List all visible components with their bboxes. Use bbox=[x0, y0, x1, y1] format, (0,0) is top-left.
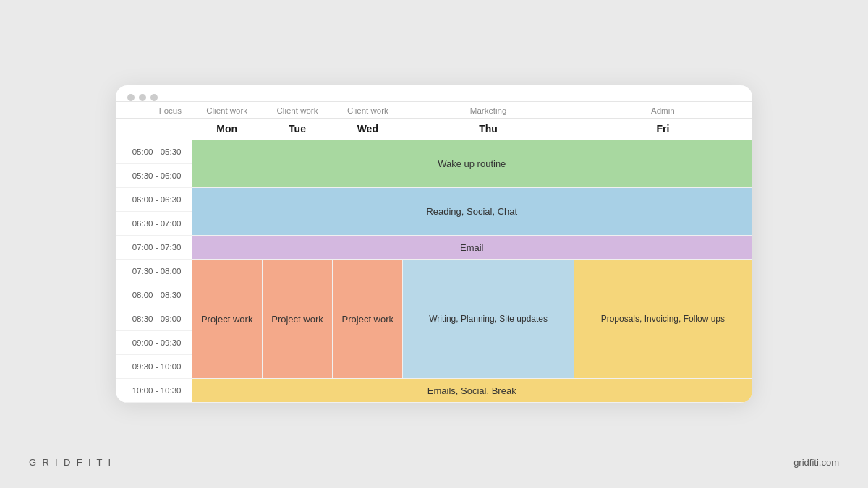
time-label: 08:30 - 09:00 bbox=[116, 307, 192, 331]
wake-up-event: Wake up routine bbox=[192, 140, 752, 188]
project-work-wed: Project work bbox=[333, 260, 403, 379]
focus-day-blank bbox=[116, 119, 192, 140]
table-row: 10:00 - 10:30 Emails, Social, Break bbox=[116, 379, 752, 403]
tue-category-label: Client work bbox=[262, 102, 332, 119]
time-label: 09:00 - 09:30 bbox=[116, 331, 192, 355]
emails-social-event: Emails, Social, Break bbox=[192, 379, 752, 403]
time-label: 10:00 - 10:30 bbox=[116, 379, 192, 403]
fri-day-header: Fri bbox=[574, 119, 752, 140]
window-bar bbox=[116, 85, 752, 101]
time-label: 05:00 - 05:30 bbox=[116, 140, 192, 164]
email-event: Email bbox=[192, 236, 752, 260]
day-header-row: Mon Tue Wed Thu Fri bbox=[116, 119, 752, 140]
category-row: Focus Client work Client work Client wor… bbox=[116, 102, 752, 119]
time-label: 07:30 - 08:00 bbox=[116, 260, 192, 283]
mon-category-label: Client work bbox=[192, 102, 262, 119]
wed-category-label: Client work bbox=[333, 102, 403, 119]
fri-category-label: Admin bbox=[574, 102, 752, 119]
time-label: 07:00 - 07:30 bbox=[116, 236, 192, 260]
window-dot-1 bbox=[127, 94, 135, 101]
window-dot-2 bbox=[139, 94, 146, 101]
proposals-event: Proposals, Invoicing, Follow ups bbox=[574, 260, 752, 379]
project-work-tue: Project work bbox=[262, 260, 332, 379]
time-label: 06:00 - 06:30 bbox=[116, 188, 192, 212]
table-row: 07:00 - 07:30 Email bbox=[116, 236, 752, 260]
table-row: 06:00 - 06:30 Reading, Social, Chat bbox=[116, 188, 752, 212]
window-dot-3 bbox=[150, 94, 158, 101]
focus-category-label: Focus bbox=[116, 102, 192, 119]
thu-day-header: Thu bbox=[403, 119, 574, 140]
wed-day-header: Wed bbox=[333, 119, 403, 140]
time-label: 06:30 - 07:00 bbox=[116, 212, 192, 236]
time-label: 08:00 - 08:30 bbox=[116, 283, 192, 307]
tue-day-header: Tue bbox=[262, 119, 332, 140]
time-label: 09:30 - 10:00 bbox=[116, 355, 192, 379]
thu-category-label: Marketing bbox=[403, 102, 574, 119]
project-work-mon: Project work bbox=[192, 260, 262, 379]
brand-left: G R I D F I T I bbox=[29, 457, 113, 468]
reading-event: Reading, Social, Chat bbox=[192, 188, 752, 236]
writing-event: Writing, Planning, Site updates bbox=[403, 260, 574, 379]
mon-day-header: Mon bbox=[192, 119, 262, 140]
schedule-card: Focus Client work Client work Client wor… bbox=[116, 85, 752, 403]
brand-right: gridfiti.com bbox=[793, 457, 839, 468]
table-row: 05:00 - 05:30 Wake up routine bbox=[116, 140, 752, 164]
table-row: 07:30 - 08:00 Project work Project work … bbox=[116, 260, 752, 283]
time-label: 05:30 - 06:00 bbox=[116, 164, 192, 188]
